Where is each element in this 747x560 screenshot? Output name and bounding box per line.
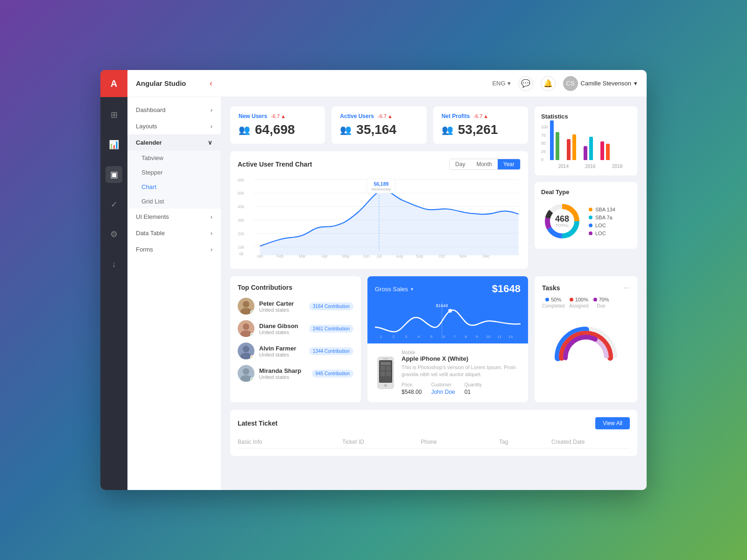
nav-item-dashboard[interactable]: Dashboard › [127,102,221,118]
nav-item-data-table[interactable]: Data Table › [127,225,221,241]
main-content: ENG ▾ 💬 🔔 CS Camille Stevenson ▾ [221,70,647,490]
svg-point-50 [448,309,452,313]
profits-icon: 👥 [442,124,453,135]
nav-sub-chart[interactable]: Chart [127,180,221,194]
svg-text:7: 7 [453,335,456,339]
svg-text:Dec: Dec [483,254,490,259]
svg-text:Nov: Nov [459,254,467,259]
svg-text:20k: 20k [238,231,245,236]
svg-text:Apr: Apr [321,254,328,259]
svg-point-40 [243,323,249,330]
statistics-panel: Statistics 100 75 50 25 0 [535,106,637,175]
icon-download[interactable]: ↓ [106,256,122,273]
svg-text:56,189: 56,189 [374,181,388,186]
collapse-button[interactable]: ‹ [210,78,212,88]
contributor-avatar [238,298,254,315]
svg-text:40k: 40k [238,204,245,209]
svg-rect-66 [383,358,388,359]
contributor-row: Diane Gibson United states 2461 Contribu… [238,320,353,337]
svg-text:Jun: Jun [363,254,369,259]
notifications-icon[interactable]: 🔔 [541,76,556,91]
time-buttons: Day Month Year [449,159,521,170]
contributors-card: Top Contributiors Peter Carter United st… [230,276,361,402]
svg-text:9: 9 [476,335,478,339]
svg-point-37 [243,301,249,308]
svg-text:May: May [342,254,350,259]
trend-chart-svg: 60k 50k 40k 30k 20k 10k 0k [238,175,521,259]
svg-text:50k: 50k [238,191,245,196]
btn-year[interactable]: Year [498,159,520,169]
nav-item-layouts[interactable]: Layouts › [127,118,221,134]
latest-ticket-section: Latest Ticket View All Basic Info Ticket… [230,410,637,456]
trend-chart-card: Active User Trend Chart Day Month Year [230,151,528,269]
tasks-menu-icon[interactable]: ··· [624,284,630,292]
svg-text:Oct: Oct [438,254,445,259]
top-bar: ENG ▾ 💬 🔔 CS Camille Stevenson ▾ [221,70,647,97]
svg-text:6: 6 [443,335,445,339]
content-area: New Users -6.7▲ 👥 64,698 [221,97,647,490]
svg-text:11: 11 [497,335,502,339]
language-selector[interactable]: ENG ▾ [492,80,510,87]
icon-calendar[interactable]: ▣ [106,166,122,183]
icon-chart[interactable]: 📊 [106,136,122,153]
contributor-avatar [238,320,254,337]
gross-sales-card: Gross Sales ▾ $1648 $1648 [367,276,528,402]
btn-day[interactable]: Day [450,159,471,169]
statistics-bar-chart [550,125,631,162]
svg-rect-72 [386,371,391,376]
contributor-row: Peter Carter United states 3164 Contribu… [238,298,353,315]
icon-settings[interactable]: ⚙ [106,226,122,243]
svg-text:Sep: Sep [416,254,423,259]
nav-item-ui-elements[interactable]: UI Elements › [127,209,221,225]
svg-text:8: 8 [465,335,467,339]
svg-text:10k: 10k [238,245,245,249]
stat-net-profits: Net Profits -6.7▲ 👥 53,261 [433,106,528,144]
deal-type-donut: 468 TOTAL [541,200,583,242]
svg-rect-68 [381,362,391,365]
svg-text:60k: 60k [238,177,245,182]
btn-month[interactable]: Month [471,159,497,169]
nav-item-forms[interactable]: Forms › [127,241,221,258]
contributor-avatar [238,343,254,359]
svg-point-65 [384,384,387,387]
svg-text:Jul: Jul [376,254,381,259]
icon-check[interactable]: ✓ [106,196,122,213]
gross-sales-chart: $1648 1 2 3 4 5 6 7 [367,301,528,343]
svg-text:Mar: Mar [299,254,306,259]
svg-text:10: 10 [486,335,491,339]
deal-type-panel: Deal Type [535,182,637,249]
app-logo: A [100,70,127,97]
contributor-avatar [238,365,254,382]
svg-point-46 [243,368,249,375]
stat-active-users: Active Users -6.7▲ 👥 35,164 [331,106,426,144]
nav-sub-gridlist[interactable]: Grid List [127,194,221,209]
nav-item-calender[interactable]: Calender ∨ [127,134,221,151]
svg-text:Wednesday: Wednesday [372,187,391,191]
active-users-icon: 👥 [340,124,352,135]
nav-sidebar: Angular Studio ‹ Dashboard › Layouts › C… [127,70,221,490]
view-all-button[interactable]: View All [595,417,630,429]
svg-text:Aug: Aug [396,254,403,259]
nav-sub-stepper[interactable]: Stepper [127,165,221,180]
svg-text:Feb: Feb [276,254,283,259]
svg-text:5: 5 [430,335,433,339]
svg-point-43 [243,346,249,352]
svg-rect-69 [381,366,385,371]
messages-icon[interactable]: 💬 [518,76,533,91]
product-section: Mobile Apple iPhone X (White) This is Ph… [367,343,528,402]
svg-rect-70 [386,366,391,371]
svg-text:13: 13 [508,335,513,339]
icon-home[interactable]: ⊞ [106,106,122,123]
svg-text:3: 3 [405,335,407,339]
svg-text:1: 1 [380,335,382,339]
nav-sub-tabview[interactable]: Tabview [127,151,221,165]
svg-text:Jan: Jan [257,254,263,259]
tasks-card: Tasks ··· 50% Completed [535,276,637,402]
deal-type-legend: SBA 134 SBA 7a LOC [589,207,615,236]
svg-text:$1648: $1648 [436,303,448,308]
contributor-row: Miranda Sharp United states 945 Contribu… [238,365,353,382]
user-menu[interactable]: CS Camille Stevenson ▾ [563,76,637,91]
svg-rect-71 [381,371,385,376]
svg-text:0k: 0k [239,252,244,256]
avatar: CS [563,76,578,91]
